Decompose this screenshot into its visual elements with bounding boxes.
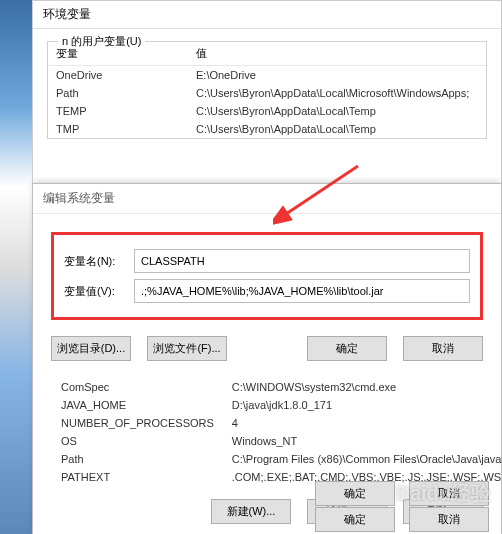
table-row[interactable]: JAVA_HOMED:\java\jdk1.8.0_171 (53, 397, 502, 413)
outer-ok-button-2[interactable]: 确定 (315, 507, 395, 532)
table-row[interactable]: PathC:\Users\Byron\AppData\Local\Microso… (48, 84, 486, 102)
var-name-label: 变量名(N): (64, 254, 134, 269)
var-name-input[interactable] (134, 249, 470, 273)
var-value-label: 变量值(V): (64, 284, 134, 299)
browse-dir-button[interactable]: 浏览目录(D)... (51, 336, 131, 361)
browse-file-button[interactable]: 浏览文件(F)... (147, 336, 227, 361)
cancel-button[interactable]: 取消 (403, 336, 483, 361)
outer-ok-button[interactable]: 确定 (315, 481, 395, 506)
highlight-box: 变量名(N): 变量值(V): (51, 232, 483, 320)
col-value[interactable]: 值 (188, 42, 486, 66)
table-row[interactable]: TMPC:\Users\Byron\AppData\Local\Temp (48, 120, 486, 138)
ok-button[interactable]: 确定 (307, 336, 387, 361)
dialog-title: 环境变量 (33, 1, 501, 29)
table-row[interactable]: ComSpecC:\WINDOWS\system32\cmd.exe (53, 379, 502, 395)
outer-cancel-button-2[interactable]: 取消 (409, 507, 489, 532)
table-row[interactable]: OSWindows_NT (53, 433, 502, 449)
user-vars-group: n 的用户变量(U) 变量 值 OneDriveE:\OneDrive Path… (47, 41, 487, 139)
edit-sys-var-dialog: 编辑系统变量 变量名(N): 变量值(V): 浏览目录(D)... 浏览文件(F… (33, 183, 501, 534)
sys-vars-table[interactable]: ComSpecC:\WINDOWS\system32\cmd.exe JAVA_… (33, 373, 502, 493)
env-vars-dialog: 环境变量 n 的用户变量(U) 变量 值 OneDriveE:\OneDrive… (32, 0, 502, 534)
edit-dialog-title: 编辑系统变量 (33, 184, 501, 214)
table-row[interactable]: PathC:\Program Files (x86)\Common Files\… (53, 451, 502, 467)
user-vars-table[interactable]: 变量 值 OneDriveE:\OneDrive PathC:\Users\By… (48, 42, 486, 138)
outer-cancel-button[interactable]: 取消 (409, 481, 489, 506)
user-vars-label: n 的用户变量(U) (58, 34, 145, 49)
var-value-input[interactable] (134, 279, 470, 303)
table-row[interactable]: TEMPC:\Users\Byron\AppData\Local\Temp (48, 102, 486, 120)
desktop-strip (0, 0, 32, 534)
table-row[interactable]: OneDriveE:\OneDrive (48, 66, 486, 85)
table-row[interactable]: NUMBER_OF_PROCESSORS4 (53, 415, 502, 431)
new-button[interactable]: 新建(W)... (211, 499, 291, 524)
